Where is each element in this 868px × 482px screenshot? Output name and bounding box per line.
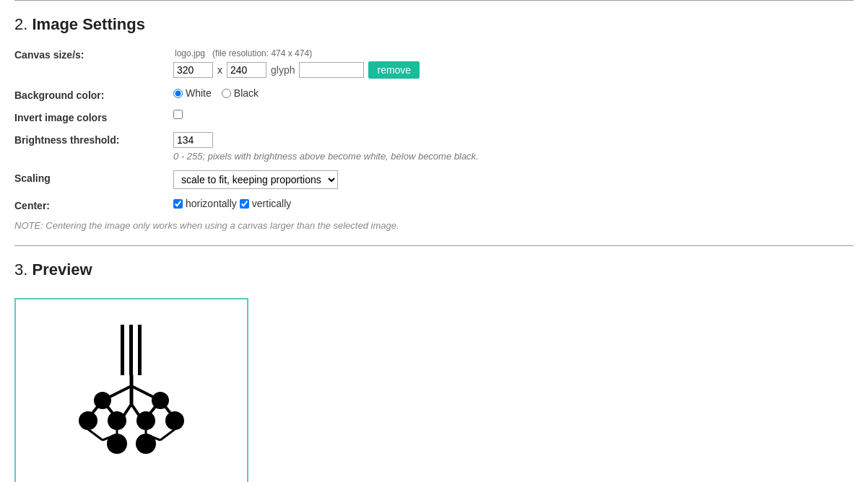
remove-button[interactable]: remove xyxy=(368,61,420,79)
scaling-label: Scaling xyxy=(14,170,173,184)
svg-point-16 xyxy=(136,411,155,430)
canvas-size-row: Canvas size/s: logo.jpg (file resolution… xyxy=(14,47,854,79)
glyph-label: glyph xyxy=(271,64,295,76)
svg-point-15 xyxy=(108,411,126,430)
brightness-input-row xyxy=(173,132,479,148)
center-options: horizontally vertically xyxy=(173,198,291,209)
background-color-label: Background color: xyxy=(14,87,173,101)
bg-white-radio[interactable] xyxy=(173,89,183,98)
invert-checkbox[interactable] xyxy=(173,110,183,119)
background-color-row: Background color: White Black xyxy=(14,87,854,101)
invert-label: Invert image colors xyxy=(14,110,173,123)
preview-image-container xyxy=(23,307,240,480)
bg-black-label: Black xyxy=(234,87,259,99)
invert-row: Invert image colors xyxy=(14,110,854,123)
center-note: NOTE: Centering the image only works whe… xyxy=(14,220,854,231)
svg-rect-0 xyxy=(121,325,124,375)
brightness-hint: 0 - 255; pixels with brightness above be… xyxy=(173,151,479,162)
canvas-inputs-row: x glyph remove xyxy=(173,61,420,79)
canvas-size-label: Canvas size/s: xyxy=(14,47,173,61)
background-radio-group: White Black xyxy=(173,87,259,99)
preview-svg xyxy=(52,317,211,469)
center-horizontal-label: horizontally xyxy=(186,198,237,209)
image-settings-title: 2. Image Settings xyxy=(14,15,854,34)
brightness-row: Brightness threshold: 0 - 255; pixels wi… xyxy=(14,132,854,162)
scaling-select[interactable]: scale to fit, keeping proportions stretc… xyxy=(173,170,338,189)
canvas-height-input[interactable] xyxy=(227,62,266,78)
bg-black-option[interactable]: Black xyxy=(222,87,259,99)
brightness-label: Brightness threshold: xyxy=(14,132,173,146)
center-horizontal-option[interactable]: horizontally xyxy=(173,198,237,209)
preview-title: 3. Preview xyxy=(14,260,854,279)
bg-black-radio[interactable] xyxy=(222,89,231,98)
svg-line-20 xyxy=(88,429,103,440)
center-vertical-checkbox[interactable] xyxy=(240,199,249,209)
brightness-input[interactable] xyxy=(173,132,213,148)
invert-checkbox-wrapper xyxy=(173,110,183,119)
svg-point-17 xyxy=(165,411,184,430)
center-row: Center: horizontally vertically xyxy=(14,198,854,211)
preview-box xyxy=(14,298,248,482)
svg-line-23 xyxy=(160,429,175,440)
image-settings-section: 2. Image Settings Canvas size/s: logo.jp… xyxy=(14,0,854,245)
glyph-input[interactable] xyxy=(299,62,364,78)
svg-point-14 xyxy=(79,411,97,430)
center-vertical-option[interactable]: vertically xyxy=(240,198,291,209)
bg-white-label: White xyxy=(186,87,212,99)
bg-white-option[interactable]: White xyxy=(173,87,212,99)
canvas-info: logo.jpg (file resolution: 474 x 474) x … xyxy=(173,47,420,79)
x-separator: x xyxy=(217,64,222,76)
canvas-file-info: logo.jpg (file resolution: 474 x 474) xyxy=(173,47,420,58)
brightness-wrapper: 0 - 255; pixels with brightness above be… xyxy=(173,132,479,162)
center-horizontal-checkbox[interactable] xyxy=(173,199,183,209)
svg-rect-2 xyxy=(138,325,142,375)
scaling-row: Scaling scale to fit, keeping proportion… xyxy=(14,170,854,189)
center-label: Center: xyxy=(14,198,173,211)
svg-point-13 xyxy=(152,392,169,409)
center-vertical-label: vertically xyxy=(252,198,291,209)
scaling-select-wrapper: scale to fit, keeping proportions stretc… xyxy=(173,170,338,189)
canvas-width-input[interactable] xyxy=(173,62,213,78)
svg-rect-1 xyxy=(129,325,133,375)
svg-point-12 xyxy=(94,392,111,409)
preview-section: 3. Preview xyxy=(14,245,854,482)
